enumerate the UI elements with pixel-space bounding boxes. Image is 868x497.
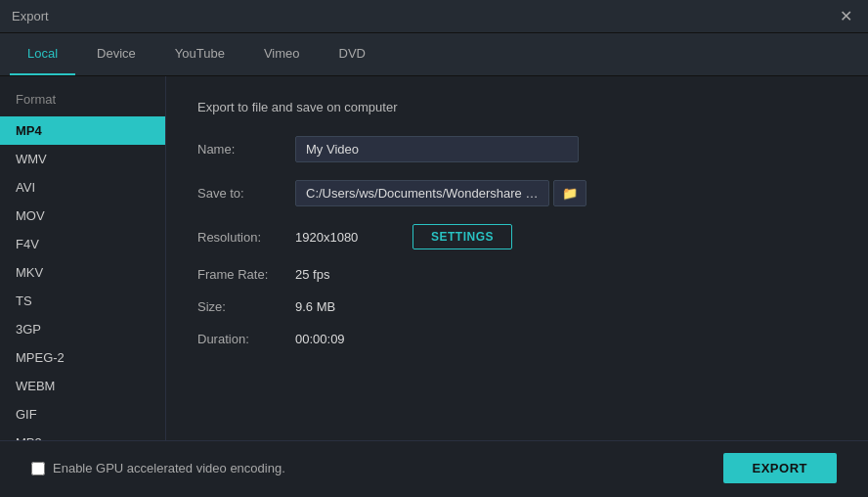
sidebar-item-mov[interactable]: MOV [0,202,165,230]
sidebar-item-avi[interactable]: AVI [0,173,165,202]
frame-rate-label: Frame Rate: [197,267,295,282]
resolution-control: 1920x1080 SETTINGS [295,224,512,249]
name-row: Name: [197,136,837,162]
sidebar-item-f4v[interactable]: F4V [0,230,165,258]
tab-device[interactable]: Device [79,33,153,75]
tab-vimeo[interactable]: Vimeo [246,33,318,75]
sidebar-item-mp4[interactable]: MP4 [0,116,165,145]
folder-browse-button[interactable]: 📁 [553,180,586,206]
save-to-row: Save to: C:/Users/ws/Documents/Wondersha… [197,180,837,206]
name-label: Name: [197,142,295,157]
sidebar-item-webm[interactable]: WEBM [0,372,165,400]
title-bar: Export ✕ [0,0,868,33]
tabs-bar: Local Device YouTube Vimeo DVD [0,33,868,76]
save-to-label: Save to: [197,186,295,201]
main-content: Format MP4 WMV AVI MOV F4V MKV TS 3GP MP… [0,76,868,440]
size-row: Size: 9.6 MB [197,299,837,314]
save-to-value: C:/Users/ws/Documents/Wondershare Filmo [295,180,549,206]
sidebar-item-3gp[interactable]: 3GP [0,315,165,343]
gpu-label: Enable GPU accelerated video encoding. [53,461,285,475]
resolution-label: Resolution: [197,230,295,245]
export-button[interactable]: EXPORT [723,453,837,483]
save-to-control: C:/Users/ws/Documents/Wondershare Filmo … [295,180,586,206]
sidebar-item-mpeg2[interactable]: MPEG-2 [0,343,165,372]
sidebar-item-mkv[interactable]: MKV [0,258,165,287]
resolution-value: 1920x1080 [295,230,393,245]
content-title: Export to file and save on computer [197,100,837,114]
name-input[interactable] [295,136,579,162]
duration-row: Duration: 00:00:09 [197,332,837,346]
sidebar-item-ts[interactable]: TS [0,287,165,315]
resolution-row: Resolution: 1920x1080 SETTINGS [197,224,837,249]
size-value: 9.6 MB [295,299,335,314]
folder-icon: 📁 [562,186,578,201]
tab-dvd[interactable]: DVD [322,33,383,75]
frame-rate-value: 25 fps [295,267,329,282]
sidebar: Format MP4 WMV AVI MOV F4V MKV TS 3GP MP… [0,76,166,440]
settings-button[interactable]: SETTINGS [412,224,512,249]
sidebar-item-mp3[interactable]: MP3 [0,429,165,440]
gpu-row: Enable GPU accelerated video encoding. [31,461,285,475]
size-label: Size: [197,299,295,314]
close-button[interactable]: ✕ [836,7,856,26]
tab-youtube[interactable]: YouTube [157,33,242,75]
sidebar-item-wmv[interactable]: WMV [0,145,165,173]
content-area: Export to file and save on computer Name… [166,76,868,440]
duration-label: Duration: [197,332,295,346]
sidebar-item-gif[interactable]: GIF [0,400,165,429]
sidebar-title: Format [0,92,165,116]
frame-rate-row: Frame Rate: 25 fps [197,267,837,282]
tab-local[interactable]: Local [10,33,75,75]
duration-value: 00:00:09 [295,332,345,346]
bottom-bar: Enable GPU accelerated video encoding. E… [0,440,868,497]
gpu-checkbox[interactable] [31,462,45,475]
window-title: Export [12,9,49,23]
